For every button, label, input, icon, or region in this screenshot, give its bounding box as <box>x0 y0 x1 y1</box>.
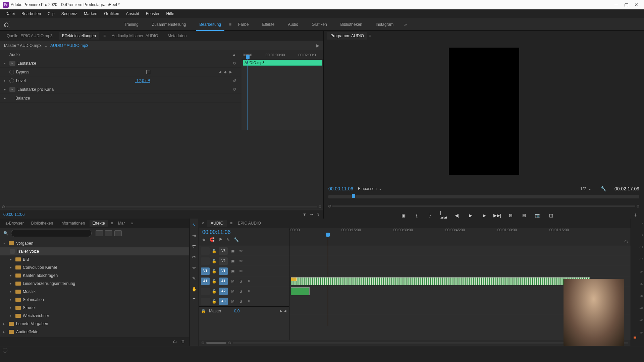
go-to-in-button[interactable]: |◀◀ <box>440 212 447 219</box>
add-keyframe-icon[interactable]: ◆ <box>224 70 227 74</box>
step-forward-button[interactable]: |▶ <box>480 212 488 219</box>
wrench-icon[interactable]: 🔧 <box>234 237 239 242</box>
mark-in-button[interactable]: { <box>413 212 421 219</box>
bib-folder[interactable]: BiB <box>23 257 29 262</box>
lift-button[interactable]: ⊟ <box>507 212 515 219</box>
vertical-zoom-handle[interactable] <box>625 240 628 243</box>
play-button[interactable]: ▶ <box>467 212 474 219</box>
lock-icon[interactable]: 🔒 <box>212 289 217 294</box>
audio-clip-a1[interactable] <box>291 277 590 285</box>
tab-effekteinstellungen[interactable]: Effekteinstellungen <box>59 32 99 40</box>
sequence-menu-icon[interactable]: ≡ <box>230 221 232 226</box>
add-marker-button[interactable]: ▣ <box>400 212 407 219</box>
play-only-icon[interactable]: ▶ <box>316 43 319 48</box>
tab-media-browser[interactable]: a-Browser <box>3 220 26 227</box>
timeline-timecode[interactable]: 00:00:11:06 <box>202 229 286 235</box>
snap-icon[interactable]: ※ <box>202 237 206 242</box>
tab-menu-icon[interactable]: ≡ <box>103 34 106 38</box>
next-keyframe-icon[interactable]: ▶ <box>229 70 232 74</box>
ef-scroll-left-handle[interactable] <box>2 205 5 208</box>
tab-informationen[interactable]: Informationen <box>58 220 88 227</box>
extract-button[interactable]: ⊞ <box>521 212 528 219</box>
32bit-filter-icon[interactable] <box>105 230 112 236</box>
source-a1[interactable]: A1 <box>201 278 210 285</box>
trailer-voice-preset[interactable]: Trailer Voice <box>17 249 39 254</box>
ef-scroll-right-handle[interactable] <box>319 205 321 208</box>
bypass-checkbox[interactable] <box>146 70 150 74</box>
lock-icon[interactable]: 🔒 <box>212 279 217 284</box>
fx-badge-icon[interactable]: fx <box>9 61 15 66</box>
tl-hscroll-left[interactable] <box>202 342 204 344</box>
strudel-folder[interactable]: Strudel <box>23 305 36 310</box>
workspace-bearbeitung[interactable]: Bearbeitung <box>193 20 228 29</box>
convolution-folder[interactable]: Convolution Kernel <box>23 265 57 270</box>
expand-volume-icon[interactable]: ▾ <box>4 61 9 65</box>
step-back-button[interactable]: ◀| <box>453 212 461 219</box>
expand-channel-icon[interactable]: ▸ <box>4 87 9 91</box>
fx-channel-icon[interactable]: fx <box>9 87 15 92</box>
track-v1[interactable]: V1 <box>219 267 228 275</box>
comparison-view-button[interactable]: ◫ <box>547 212 555 219</box>
tl-hscroll-bar[interactable] <box>206 342 226 344</box>
kanten-folder[interactable]: Kanten abschragen <box>23 273 58 278</box>
reset-volume-icon[interactable]: ↺ <box>233 61 236 66</box>
expand-master-icon[interactable]: ►◄ <box>279 309 287 313</box>
eye-icon[interactable]: 👁 <box>238 249 244 253</box>
clip-dropdown-icon[interactable]: ⌄ <box>44 43 48 48</box>
pen-tool-icon[interactable]: ✎ <box>191 275 198 282</box>
prev-keyframe-icon[interactable]: ◀ <box>219 70 221 74</box>
workspace-training[interactable]: Training <box>117 20 145 29</box>
zoom-dropdown[interactable]: Einpassen⌄ <box>358 186 382 191</box>
menu-sequenz[interactable]: Sequenz <box>58 10 80 17</box>
mute-button[interactable]: M <box>230 299 236 303</box>
source-v1[interactable]: V1 <box>201 267 210 275</box>
audioeffekte-folder[interactable]: Audioeffekte <box>16 329 39 334</box>
master-clip-label[interactable]: Master * AUDIO.mp3 <box>4 43 42 48</box>
mark-out-button[interactable]: } <box>427 212 434 219</box>
lock-icon[interactable]: 🔒 <box>212 269 217 274</box>
tab-quelle[interactable]: Quelle: EPIC AUDIO.mp3 <box>3 32 56 40</box>
type-tool-icon[interactable]: T <box>191 296 198 303</box>
tl-hscroll-right[interactable] <box>228 342 231 344</box>
stopwatch-bypass-icon[interactable] <box>9 70 14 74</box>
voice-over-icon[interactable]: 🎙 <box>246 279 252 283</box>
export-icon[interactable]: ⇪ <box>317 212 320 217</box>
slip-tool-icon[interactable]: ⇔ <box>191 264 198 271</box>
track-a1[interactable]: A1 <box>219 278 228 285</box>
tab-metadaten[interactable]: Metadaten <box>164 32 190 40</box>
lock-icon[interactable]: 🔒 <box>212 299 217 304</box>
expand-balance-icon[interactable]: ▸ <box>4 96 9 100</box>
tab-audioclip-mischer[interactable]: Audioclip-Mischer: AUDIO <box>108 32 162 40</box>
master-value[interactable]: 0,0 <box>234 309 240 313</box>
menu-fenster[interactable]: Fenster <box>143 10 163 17</box>
selection-tool-icon[interactable]: ↖ <box>191 221 198 228</box>
delete-icon[interactable]: 🗑 <box>181 339 185 344</box>
linsen-folder[interactable]: Linsenverzerrungsentfernung <box>23 281 75 286</box>
voice-over-icon[interactable]: 🎙 <box>246 299 252 303</box>
track-a2[interactable]: A2 <box>219 288 228 295</box>
solo-button[interactable]: S <box>238 299 244 303</box>
audio-clip-a2[interactable] <box>291 287 310 295</box>
effekte-menu-icon[interactable]: ≡ <box>111 221 113 226</box>
timeline-ruler[interactable]: :00:00 00:00:15:00 00:00:30:00 00:00:45:… <box>289 228 631 246</box>
track-v2[interactable]: V2 <box>219 257 228 265</box>
menu-datei[interactable]: Datei <box>2 10 18 17</box>
effect-playhead[interactable] <box>248 56 248 130</box>
prog-hscroll-right[interactable] <box>637 205 639 207</box>
track-a3[interactable]: A3 <box>219 298 228 305</box>
lock-icon[interactable]: 🔒 <box>212 259 217 263</box>
expand-level-icon[interactable]: ▸ <box>4 79 9 82</box>
mute-button[interactable]: M <box>230 289 236 293</box>
menu-marken[interactable]: Marken <box>80 10 101 17</box>
mosaik-folder[interactable]: Mosaik <box>23 289 36 294</box>
level-value[interactable]: -12,0 dB <box>135 78 150 83</box>
workspace-audio[interactable]: Audio <box>281 20 305 29</box>
effect-timeline[interactable]: 00:00 00:01:00:00 00:02:00:0 AUDIO.mp3 <box>241 50 323 130</box>
prog-hscroll-left[interactable] <box>328 205 331 207</box>
effect-clip-bar[interactable]: AUDIO.mp3 <box>243 60 322 66</box>
weichzeichner-folder[interactable]: Weichzeichner <box>23 313 49 318</box>
track-select-tool-icon[interactable]: ⇥ <box>191 232 198 239</box>
solarisation-folder[interactable]: Solarisation <box>23 297 44 302</box>
button-editor-icon[interactable]: + <box>632 212 639 219</box>
current-clip-label[interactable]: AUDIO * AUDIO.mp3 <box>50 43 88 48</box>
